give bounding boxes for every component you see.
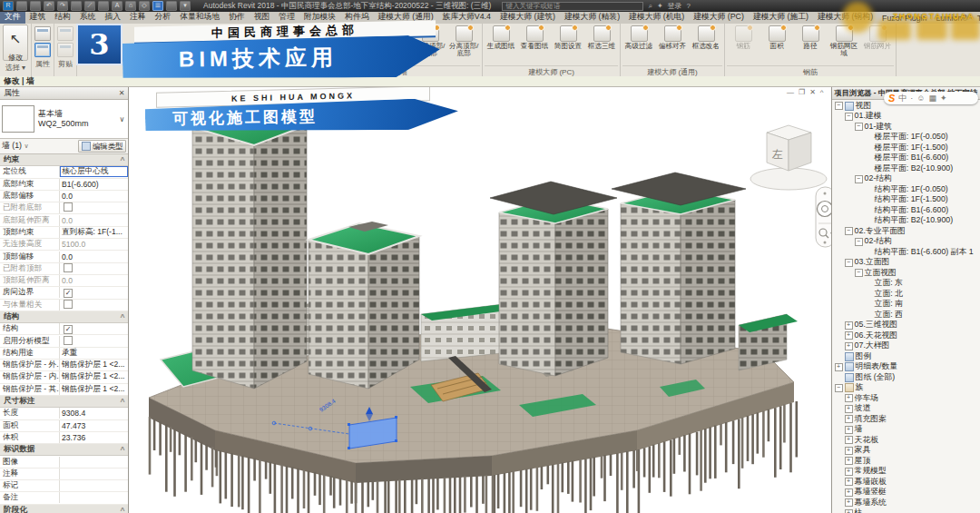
collapse-node-icon[interactable]: − (855, 175, 863, 183)
tree-item[interactable]: 图例 (832, 351, 980, 362)
expand-node-icon[interactable]: + (845, 457, 853, 465)
ribbon-tab[interactable]: 文件 (0, 12, 25, 24)
view-restore-icon[interactable]: ❐ (799, 88, 805, 96)
property-row[interactable]: 结构用途承重 (0, 348, 128, 360)
tree-item[interactable]: +坡道 (832, 404, 980, 415)
edit-type-button[interactable]: 编辑类型 (78, 140, 127, 153)
property-row[interactable]: 图像 (0, 456, 128, 468)
collapse-node-icon[interactable]: − (835, 102, 843, 110)
help-search-input[interactable]: 键入关键字或短语 (502, 2, 643, 11)
tower-middle[interactable] (309, 222, 419, 389)
expand-node-icon[interactable]: + (845, 509, 853, 513)
expand-node-icon[interactable]: + (845, 488, 853, 497)
checkbox-checked[interactable]: ✓ (64, 325, 73, 334)
ribbon-tab[interactable]: 建模大师 (机电) (624, 12, 689, 24)
tree-item[interactable]: 立面: 南 (832, 300, 980, 311)
property-row[interactable]: 已附着顶部 (0, 263, 128, 275)
expand-node-icon[interactable]: + (835, 363, 843, 371)
save-icon[interactable] (30, 1, 41, 11)
property-row[interactable]: 面积47.473 (0, 420, 128, 432)
tree-item[interactable]: −02.专业平面图 (832, 226, 980, 237)
expand-node-icon[interactable]: + (845, 415, 853, 423)
ribbon-tab[interactable]: 协作 (224, 12, 250, 24)
tree-item[interactable]: 楼层平面: B1(-6.600) (832, 153, 980, 164)
expand-node-icon[interactable]: + (845, 321, 853, 330)
navigation-bar[interactable] (816, 187, 831, 247)
property-row[interactable]: 长度9308.4 (0, 408, 128, 419)
tower-left[interactable] (192, 94, 307, 389)
tree-item[interactable]: +停车场 (832, 393, 980, 404)
tree-item[interactable]: 结构平面: 1F(-1.500) (832, 195, 980, 206)
property-section-header[interactable]: 阶段化^ (0, 505, 128, 513)
property-row[interactable]: 备注 (0, 492, 128, 504)
property-row[interactable]: 顶部偏移0.0 (0, 251, 128, 262)
ime-logo-icon[interactable]: S (888, 93, 895, 104)
collapse-icon[interactable]: ^ (820, 88, 824, 96)
ribbon-tab[interactable]: 建模大师 (PC) (689, 12, 749, 24)
expand-node-icon[interactable]: + (845, 405, 853, 413)
collapse-node-icon[interactable]: − (845, 113, 853, 121)
viewcube[interactable]: 左 (750, 125, 827, 190)
exchange-apps-icon[interactable]: ✦ (657, 2, 663, 10)
close-hidden-icon[interactable] (166, 1, 177, 11)
expand-node-icon[interactable]: + (845, 394, 853, 402)
tree-item[interactable]: +常规模型 (832, 467, 980, 478)
type-properties-icon[interactable] (34, 43, 51, 57)
tree-item[interactable]: 立面: 北 (832, 289, 980, 300)
ribbon-button[interactable]: 偏移对齐 (656, 25, 689, 50)
collapse-node-icon[interactable]: − (835, 384, 843, 392)
ime-emoji-icon[interactable]: ☺ (916, 94, 925, 103)
select-panel-label[interactable]: 选择 ▾ (5, 63, 25, 73)
tree-item[interactable]: −01-建筑 (832, 122, 980, 133)
ribbon-tab[interactable]: 注释 (125, 12, 151, 24)
ribbon-button[interactable]: 生成图纸 (485, 25, 517, 50)
checkbox-unchecked[interactable] (64, 202, 73, 212)
property-row[interactable]: 底部约束B1(-6.600) (0, 179, 128, 191)
checkbox-unchecked[interactable] (64, 336, 73, 345)
expand-node-icon[interactable]: + (845, 478, 853, 486)
tree-item[interactable]: +屋顶 (832, 456, 980, 467)
checkbox-checked[interactable]: ✓ (64, 289, 73, 298)
paste-icon[interactable] (57, 26, 74, 41)
tree-item[interactable]: −02-结构 (832, 237, 980, 248)
ribbon-tab[interactable]: 管理 (274, 12, 299, 24)
expand-node-icon[interactable]: + (845, 498, 853, 507)
wing-right[interactable] (739, 314, 798, 370)
ribbon-tab[interactable]: 体量和场地 (175, 12, 224, 24)
property-row[interactable]: 体积23.736 (0, 432, 128, 444)
tree-item[interactable]: −02-结构 (832, 174, 980, 185)
tree-item[interactable]: 结构平面: 1F(-0.050) (832, 184, 980, 195)
ribbon-tab[interactable]: 系统 (75, 12, 101, 24)
open-icon[interactable] (16, 1, 27, 11)
modify-button[interactable]: ↖ 修改 (3, 25, 28, 61)
tree-item[interactable]: +墙 (832, 425, 980, 436)
tree-item[interactable]: +幕墙嵌板 (832, 477, 980, 488)
ime-punctuation-icon[interactable]: · (910, 94, 913, 103)
ribbon-button[interactable]: 查看图纸 (518, 25, 551, 50)
ribbon-tab[interactable]: 建模大师 (精装) (560, 12, 624, 24)
print-icon[interactable] (71, 1, 82, 11)
property-section-header[interactable]: 结构^ (0, 311, 128, 323)
tree-item[interactable]: +柱 (832, 508, 980, 513)
help-icon[interactable]: ? (687, 2, 691, 10)
ribbon-button[interactable]: 面积 (760, 25, 793, 50)
tree-item[interactable]: 楼层平面: 1F(-0.050) (832, 133, 980, 143)
property-row[interactable]: 底部偏移0.0 (0, 191, 128, 202)
collapse-node-icon[interactable]: − (855, 269, 863, 277)
drawing-area[interactable]: 9308.4 左 (129, 87, 831, 513)
chevron-down-icon[interactable]: ∨ (118, 115, 127, 123)
property-row[interactable]: 钢筋保护层 - 外...钢筋保护层 1 <2... (0, 360, 128, 371)
checkbox-unchecked[interactable] (64, 263, 73, 272)
property-section-header[interactable]: 标识数据^ (0, 444, 128, 456)
sign-in-label[interactable]: 登录 (668, 1, 682, 11)
property-row[interactable]: 定位线核心层中心线 (0, 166, 128, 178)
tree-item[interactable]: +填充图案 (832, 414, 980, 425)
ribbon-tab[interactable]: 分析 (151, 12, 176, 24)
tree-item[interactable]: 图纸 (全部) (832, 372, 980, 383)
ribbon-button[interactable]: 框选三维 (585, 25, 618, 50)
search-binoculars-icon[interactable]: ⌕ (648, 2, 652, 11)
input-method-bar[interactable]: S 中 · ☺ ▦ ✦ (884, 92, 978, 104)
redo-icon[interactable]: ↷ (57, 1, 68, 11)
thin-lines-icon[interactable]: ☰ (152, 1, 163, 11)
property-section-header[interactable]: 尺寸标注^ (0, 396, 128, 408)
